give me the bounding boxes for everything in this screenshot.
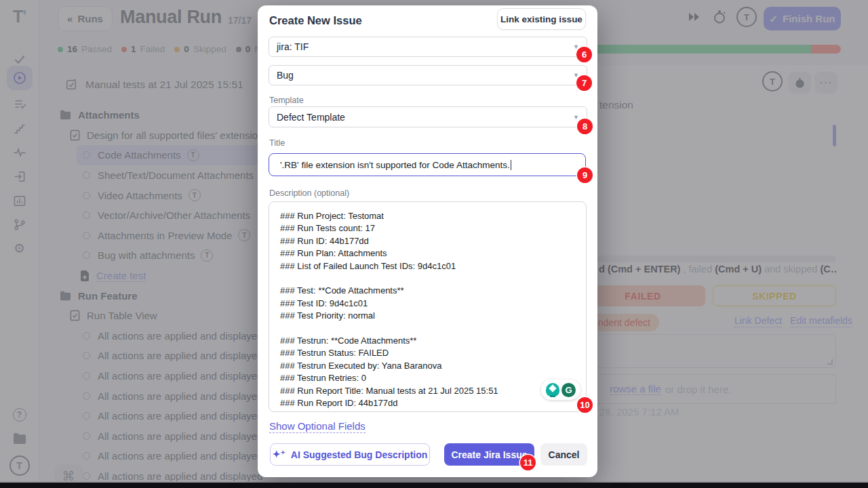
template-label: Template xyxy=(269,96,304,105)
issue-title-input[interactable]: '.RB' file extension isn't supported for… xyxy=(269,153,586,176)
step-badge-8: 8 xyxy=(577,119,593,134)
issue-type-select[interactable]: Bug▼ xyxy=(269,65,587,85)
sparkles-icon: ✦⁺ xyxy=(273,449,285,460)
create-issue-modal: Create New Issue Link existing issue jir… xyxy=(258,5,597,477)
modal-title: Create New Issue xyxy=(269,14,362,27)
window-bottom-bar xyxy=(0,483,868,488)
ai-suggested-description-button[interactable]: ✦⁺AI Suggested Bug Description xyxy=(270,443,430,466)
title-label: Title xyxy=(269,138,285,148)
text-cursor xyxy=(511,160,512,170)
grammarly-icon[interactable]: G xyxy=(561,383,576,397)
grammarly-widget[interactable]: G xyxy=(541,380,580,400)
suggestion-bulb-icon[interactable] xyxy=(546,383,559,396)
chevron-down-icon: ▼ xyxy=(573,114,579,121)
step-badge-9: 9 xyxy=(577,167,593,183)
cancel-button[interactable]: Cancel xyxy=(540,443,587,466)
description-textarea[interactable]: ### Run Project: Testomat ### Run Tests … xyxy=(269,201,587,412)
step-badge-6: 6 xyxy=(576,47,592,62)
show-optional-fields-link[interactable]: Show Optional Fields xyxy=(269,420,366,432)
template-select[interactable]: Defect Template▼ xyxy=(269,106,587,127)
description-label: Description (optional) xyxy=(269,188,349,198)
jira-project-select[interactable]: jira: TIF▼ xyxy=(269,37,587,57)
step-badge-10: 10 xyxy=(577,397,593,413)
step-badge-11: 11 xyxy=(520,455,536,470)
link-existing-issue-button[interactable]: Link existing issue xyxy=(497,8,586,30)
step-badge-7: 7 xyxy=(576,75,592,91)
app-window: T' ⚙ ? T «Runs Manual Run 17/17 T ✓Finis… xyxy=(0,0,868,488)
